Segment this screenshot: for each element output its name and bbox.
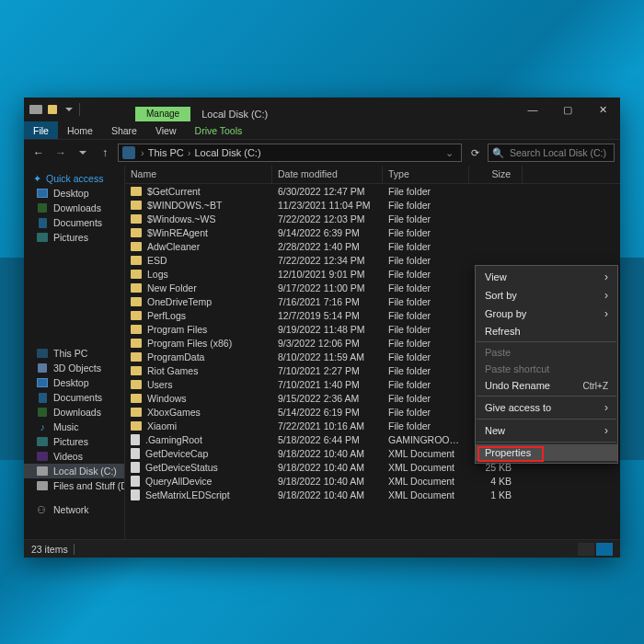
file-name-cell: OneDriveTemp (125, 296, 272, 307)
file-name-cell: Users (125, 379, 272, 390)
nav-forward-button[interactable]: → (52, 144, 70, 162)
column-header-size[interactable]: Size (469, 166, 523, 183)
file-type-cell: File folder (383, 296, 469, 307)
sidebar-item-3d-objects[interactable]: 3D Objects (24, 361, 124, 375)
file-type-cell: File folder (383, 241, 469, 252)
sidebar-item-downloads[interactable]: Downloads (24, 405, 124, 420)
qa-dropdown-icon[interactable] (63, 103, 75, 116)
file-name-cell: AdwCleaner (125, 241, 272, 252)
file-name-cell: Program Files (125, 324, 272, 335)
sidebar-item-downloads[interactable]: Downloads (24, 201, 124, 215)
file-row[interactable]: AdwCleaner2/28/2022 1:40 PMFile folder (125, 239, 620, 253)
file-date-cell: 7/16/2021 7:16 PM (272, 296, 383, 307)
file-row[interactable]: SetMatrixLEDScript9/18/2022 10:40 AMXML … (125, 488, 620, 501)
file-row[interactable]: $WINDOWS.~BT11/23/2021 11:04 PMFile fold… (125, 198, 620, 212)
file-date-cell: 12/10/2021 9:01 PM (272, 269, 383, 280)
file-size-cell: 4 KB (469, 476, 523, 487)
view-large-icons-button[interactable] (596, 543, 613, 556)
sidebar-item-videos[interactable]: Videos (24, 449, 124, 464)
context-menu-view[interactable]: View (476, 268, 617, 286)
file-row[interactable]: QueryAllDevice9/18/2022 10:40 AMXML Docu… (125, 474, 620, 488)
address-dropdown-icon[interactable]: ⌄ (442, 147, 457, 159)
file-type-cell: File folder (383, 407, 469, 418)
column-headers: Name Date modified Type Size (125, 166, 620, 184)
breadcrumb[interactable]: › This PC › Local Disk (C:) ⌄ (118, 144, 462, 162)
maximize-button[interactable]: ▢ (550, 98, 585, 121)
file-type-cell: File folder (383, 393, 469, 404)
ribbon-contextual-tab[interactable]: Manage (135, 107, 190, 121)
sidebar-item-documents[interactable]: Documents (24, 390, 124, 405)
minimize-button[interactable]: — (515, 98, 550, 121)
context-menu-paste: Paste (476, 344, 617, 361)
file-name-cell: QueryAllDevice (125, 476, 272, 487)
folder-icon (131, 187, 142, 196)
file-date-cell: 9/18/2022 10:40 AM (272, 448, 383, 459)
sidebar-item-pictures[interactable]: Pictures (24, 434, 124, 449)
context-menu-give-access-to[interactable]: Give access to (476, 398, 617, 417)
chevron-right-icon[interactable]: › (139, 147, 146, 158)
file-date-cell: 9/18/2022 10:40 AM (272, 476, 383, 487)
folder-icon (131, 270, 142, 279)
file-name-cell: SetMatrixLEDScript (125, 489, 272, 500)
sidebar-item-local-disk-c[interactable]: Local Disk (C:) (24, 464, 124, 478)
folder-icon (131, 297, 142, 306)
ribbon-tab-share[interactable]: Share (102, 121, 146, 139)
file-row[interactable]: $Windows.~WS7/22/2022 12:03 PMFile folde… (125, 212, 620, 225)
ribbon-tab-home[interactable]: Home (58, 121, 102, 139)
sidebar-item-desktop[interactable]: Desktop (24, 186, 124, 201)
sidebar-item-network[interactable]: Network (24, 502, 124, 517)
file-row[interactable]: $WinREAgent9/14/2022 6:39 PMFile folder (125, 225, 620, 239)
ribbon-tab-view[interactable]: View (146, 121, 186, 139)
folder-icon (131, 394, 142, 403)
file-date-cell: 7/10/2021 2:27 PM (272, 365, 383, 376)
nav-up-button[interactable]: ↑ (96, 144, 114, 162)
context-menu-new[interactable]: New (476, 421, 617, 440)
cube-icon (37, 362, 48, 374)
file-row[interactable]: $GetCurrent6/30/2022 12:47 PMFile folder (125, 184, 620, 198)
sidebar-item-pictures[interactable]: Pictures (24, 230, 124, 245)
context-menu-undo-rename[interactable]: Undo RenameCtrl+Z (476, 377, 617, 394)
sidebar-item-this-pc[interactable]: This PC (24, 346, 124, 361)
file-name-cell: ESD (125, 255, 272, 266)
sidebar-item-documents[interactable]: Documents (24, 215, 124, 230)
column-header-name[interactable]: Name (125, 166, 272, 183)
refresh-button[interactable]: ⟳ (466, 144, 484, 162)
context-menu-group-by[interactable]: Group by (476, 305, 617, 323)
breadcrumb-this-pc[interactable]: This PC (148, 147, 184, 158)
file-size-cell: 1 KB (469, 489, 523, 500)
file-type-cell: File folder (383, 310, 469, 321)
file-type-cell: File folder (383, 213, 469, 224)
close-button[interactable]: ✕ (585, 98, 620, 121)
folder-icon (131, 421, 142, 431)
ribbon-tab-drive-tools[interactable]: Drive Tools (186, 121, 252, 139)
sidebar-item-files-stuff-d[interactable]: Files and Stuff (D:) (24, 478, 124, 493)
ribbon-tab-file[interactable]: File (24, 121, 58, 139)
folder-icon (131, 408, 142, 417)
file-type-cell: File folder (383, 186, 469, 197)
chevron-right-icon[interactable]: › (186, 147, 193, 158)
column-header-date[interactable]: Date modified (272, 166, 383, 183)
folder-icon (46, 103, 59, 116)
separator (477, 419, 616, 420)
nav-history-dropdown[interactable] (74, 144, 92, 162)
search-input[interactable]: 🔍 Search Local Disk (C:) (488, 144, 615, 162)
file-type-cell: XML Document (383, 476, 469, 487)
file-date-cell: 7/22/2022 12:03 PM (272, 213, 383, 224)
file-date-cell: 12/7/2019 5:14 PM (272, 310, 383, 321)
column-header-type[interactable]: Type (383, 166, 469, 183)
view-details-button[interactable] (578, 543, 594, 556)
drive-icon (29, 103, 42, 116)
context-menu-refresh[interactable]: Refresh (476, 323, 617, 339)
nav-back-button[interactable]: ← (29, 144, 48, 162)
file-type-cell: File folder (383, 365, 469, 376)
context-menu-properties[interactable]: Properties (476, 444, 617, 461)
sidebar-item-desktop[interactable]: Desktop (24, 375, 124, 390)
context-menu-sort-by[interactable]: Sort by (476, 286, 617, 305)
file-type-cell: File folder (383, 351, 469, 362)
breadcrumb-local-disk[interactable]: Local Disk (C:) (194, 147, 260, 158)
file-date-cell: 9/19/2022 11:48 PM (272, 324, 383, 335)
sidebar-item-music[interactable]: ♪Music (24, 420, 124, 434)
sidebar-item-quick-access[interactable]: ✦ Quick access (24, 171, 124, 186)
folder-icon (131, 228, 142, 237)
file-date-cell: 9/3/2022 12:06 PM (272, 338, 383, 349)
